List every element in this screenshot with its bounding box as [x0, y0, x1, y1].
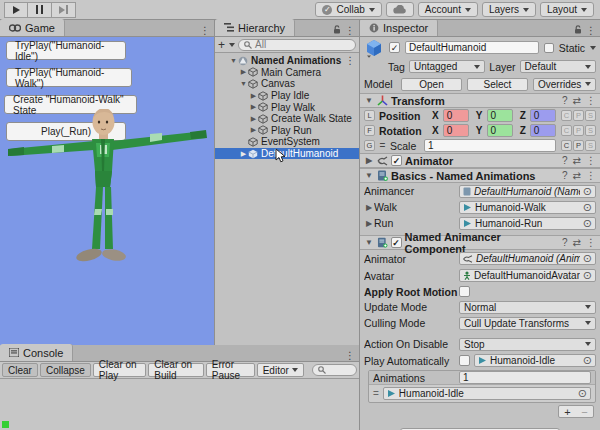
constrain-proportions-toggle[interactable]: = [377, 140, 388, 151]
avatar-field[interactable]: DefaultHumanoidAvatar ⊙ [459, 269, 596, 282]
game-menu-kebab-icon[interactable]: ⋮ [196, 25, 214, 36]
animator-header[interactable]: ▶ ✓ Animator ?⇄⋮ [360, 153, 600, 168]
position-sub-button[interactable]: L [364, 110, 375, 121]
run-field[interactable]: Humanoid-Run ⊙ [459, 217, 596, 230]
position-x-field[interactable]: 0 [443, 109, 469, 122]
presets-icon[interactable]: ⇄ [573, 237, 581, 248]
snap-button[interactable]: S [585, 140, 596, 151]
culling-mode-dropdown[interactable]: Cull Update Transforms [459, 317, 596, 330]
animator-enabled-checkbox[interactable]: ✓ [391, 155, 402, 166]
transform-header[interactable]: ▼ Transform ?⇄⋮ [360, 93, 600, 108]
animancer-field[interactable]: DefaultHumanoid (NamedA ⊙ [459, 185, 596, 198]
collapse-toggle[interactable]: Collapse [40, 363, 91, 377]
chevron-right-icon[interactable]: ▶ [249, 126, 258, 134]
static-checkbox[interactable] [544, 43, 554, 53]
step-button[interactable] [52, 2, 76, 18]
name-field[interactable]: DefaultHumanoid [405, 41, 539, 54]
tab-console[interactable]: Console [0, 344, 73, 361]
chevron-right-icon[interactable]: ▶ [364, 156, 374, 165]
account-dropdown[interactable]: Account [418, 2, 478, 17]
object-picker-icon[interactable]: ⊙ [583, 202, 592, 213]
tree-item-main-camera[interactable]: ▶ Main Camera [215, 67, 359, 79]
chevron-right-icon[interactable]: ▶ [249, 92, 258, 100]
console-search-input[interactable] [312, 364, 357, 376]
clear-on-play-toggle[interactable]: Clear on Play [93, 363, 147, 377]
object-picker-icon[interactable]: ⊙ [583, 218, 592, 229]
rotation-y-field[interactable]: 0 [487, 124, 513, 137]
chevron-down-icon[interactable]: ▼ [364, 171, 374, 180]
object-picker-icon[interactable]: ⊙ [583, 253, 592, 264]
play-button[interactable] [4, 2, 28, 18]
presets-icon[interactable]: ⇄ [573, 155, 581, 166]
copy-button[interactable]: C [561, 125, 572, 136]
rotation-x-field[interactable]: 0 [443, 124, 469, 137]
update-mode-dropdown[interactable]: Normal [459, 301, 596, 314]
hierarchy-search-input[interactable]: All [238, 39, 356, 51]
console-menu-kebab-icon[interactable]: ⋮ [341, 350, 359, 361]
tag-dropdown[interactable]: Untagged [409, 60, 485, 73]
paste-button[interactable]: P [573, 125, 584, 136]
active-checkbox[interactable]: ✓ [389, 42, 400, 53]
tab-hierarchy[interactable]: Hierarchy [215, 19, 295, 36]
walk-field[interactable]: Humanoid-Walk ⊙ [459, 201, 596, 214]
chevron-down-icon[interactable]: ▼ [364, 238, 374, 247]
component-enabled-checkbox[interactable]: ✓ [391, 237, 402, 248]
copy-button[interactable]: C [561, 140, 572, 151]
tree-item-eventsystem[interactable]: EventSystem [215, 136, 359, 148]
tab-game[interactable]: Game [0, 19, 65, 36]
kebab-icon[interactable]: ⋮ [586, 170, 596, 181]
apply-root-motion-checkbox[interactable] [459, 286, 470, 297]
model-select-button[interactable]: Select [467, 78, 528, 91]
chevron-right-icon[interactable]: ▶ [249, 115, 258, 123]
chevron-down-icon[interactable]: ▼ [364, 96, 374, 105]
cloud-button[interactable] [386, 2, 414, 17]
tree-item-create-walk-state[interactable]: ▶ Create Walk State [215, 113, 359, 125]
layout-dropdown[interactable]: Layout [540, 2, 594, 17]
play-automatically-field[interactable]: Humanoid-Idle ⊙ [474, 354, 596, 367]
presets-icon[interactable]: ⇄ [573, 95, 581, 106]
lock-icon[interactable] [333, 25, 341, 36]
position-z-field[interactable]: 0 [530, 109, 556, 122]
layers-dropdown[interactable]: Layers [482, 2, 536, 17]
chevron-right-icon[interactable]: ▶ [239, 68, 248, 76]
animations-size-field[interactable]: 1 [459, 371, 591, 384]
object-picker-icon[interactable]: ⊙ [583, 186, 592, 197]
animations-element-field[interactable]: Humanoid-Idle ⊙ [383, 387, 591, 400]
collab-dropdown[interactable]: ✓ Collab [315, 2, 381, 17]
scale-field[interactable]: 1 [424, 139, 556, 152]
snap-button[interactable]: S [585, 110, 596, 121]
chevron-down-icon[interactable]: ▼ [229, 57, 238, 64]
object-picker-icon[interactable]: ⊙ [583, 355, 592, 366]
paste-button[interactable]: P [573, 110, 584, 121]
kebab-icon[interactable]: ⋮ [586, 95, 596, 106]
tree-item-canvas[interactable]: ▼ Canvas [215, 78, 359, 90]
model-open-button[interactable]: Open [401, 78, 462, 91]
tree-item-play-walk[interactable]: ▶ Play Walk [215, 101, 359, 113]
drag-handle-icon[interactable]: = [373, 388, 379, 399]
help-icon[interactable]: ? [562, 155, 568, 166]
error-pause-toggle[interactable]: Error Pause [206, 363, 255, 377]
hierarchy-menu-kebab-icon[interactable]: ⋮ [341, 25, 359, 36]
help-icon[interactable]: ? [562, 237, 568, 248]
chevron-down-icon[interactable]: ▼ [239, 80, 248, 87]
tree-item-scene[interactable]: ▼ Named Animations ⋮ [215, 55, 359, 67]
tryplay-walk-button[interactable]: TryPlay("Humanoid-Walk") [6, 68, 132, 87]
chevron-right-icon[interactable]: ▶ [364, 219, 374, 228]
tab-inspector[interactable]: Inspector [360, 20, 438, 36]
object-picker-icon[interactable]: ⊙ [583, 270, 592, 281]
kebab-icon[interactable]: ⋮ [586, 237, 596, 248]
animator-ref-field[interactable]: DefaultHumanoid (Animato ⊙ [459, 252, 596, 265]
static-dropdown-icon[interactable] [590, 46, 596, 50]
scale-sub-button[interactable]: G [364, 140, 375, 151]
rotation-z-field[interactable]: 0 [530, 124, 556, 137]
kebab-icon[interactable]: ⋮ [586, 155, 596, 166]
add-element-button[interactable]: + [564, 406, 570, 418]
chevron-right-icon[interactable]: ▶ [364, 203, 374, 212]
chevron-right-icon[interactable]: ▶ [239, 150, 248, 158]
inspector-menu-kebab-icon[interactable]: ⋮ [582, 25, 600, 36]
clear-button[interactable]: Clear [2, 363, 38, 377]
position-y-field[interactable]: 0 [487, 109, 513, 122]
paste-button[interactable]: P [573, 140, 584, 151]
scene-kebab-icon[interactable]: ⋮ [341, 55, 359, 66]
tree-item-defaulthumanoid[interactable]: ▶ DefaultHumanoid [215, 148, 359, 160]
